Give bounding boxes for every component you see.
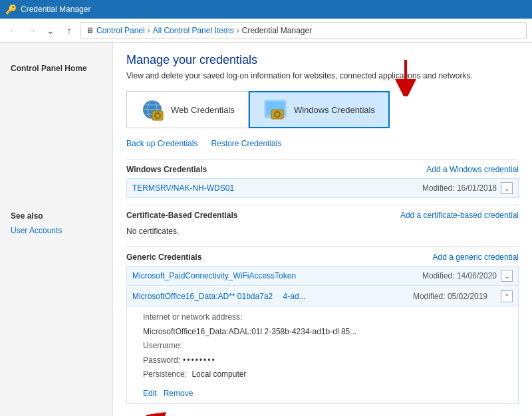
dropdown-button[interactable]: ⌄	[43, 23, 59, 39]
windows-credentials-label: Windows Credentials	[294, 105, 375, 115]
sidebar-item-user-accounts[interactable]: User Accounts	[0, 223, 112, 238]
no-certificates-text: No certificates.	[126, 224, 519, 241]
windows-credentials-section-title: Windows Credentials	[126, 165, 207, 174]
restore-credentials-link[interactable]: Restore Credentials	[211, 139, 281, 148]
up-button[interactable]: ↑	[61, 23, 77, 39]
termsrv-credential-modified: Modified: 16/01/2018 ⌄	[422, 182, 513, 194]
office-credential-header[interactable]: MicrosoftOffice16_Data:AD** 01bda7a2 4-a…	[127, 287, 518, 306]
add-certificate-link[interactable]: Add a certificate-based credential	[400, 211, 519, 220]
cred-type-container: Web Credentials Windows C	[126, 91, 519, 128]
svg-rect-5	[152, 111, 163, 120]
certificate-credentials-section: Certificate-Based Credentials Add a cert…	[126, 205, 519, 247]
username-row: Username:	[143, 339, 507, 354]
wifi-credential-item[interactable]: Microsoft_PaidConnectivity_WiFiAccessTok…	[126, 266, 519, 286]
office-credential-expanded: MicrosoftOffice16_Data:AD** 01bda7a2 4-a…	[126, 287, 519, 404]
certificate-section-title: Certificate-Based Credentials	[126, 211, 237, 220]
breadcrumb-current: Credential Manager	[242, 26, 312, 35]
content-area: Manage your credentials View and delete …	[113, 43, 532, 416]
main-container: Control Panel Home See also User Account…	[0, 43, 532, 416]
page-title: Manage your credentials	[126, 53, 519, 67]
windows-credentials-section-header: Windows Credentials Add a Windows creden…	[126, 165, 519, 174]
wifi-credential-modified: Modified: 14/06/2020 ⌄	[422, 270, 513, 282]
add-windows-credential-link[interactable]: Add a Windows credential	[426, 165, 519, 174]
address-value: MicrosoftOffice16_Data:ADAL:01l 2-358b-4…	[143, 325, 356, 340]
office-edit-link[interactable]: Edit	[143, 389, 157, 398]
office-collapse-button[interactable]: ⌃	[501, 290, 513, 302]
password-row: Password: ••••••••	[143, 354, 507, 368]
forward-button[interactable]: →	[24, 23, 40, 39]
breadcrumb-sep-1: ›	[148, 26, 150, 35]
backup-credentials-link[interactable]: Back up Credentials	[126, 139, 198, 148]
sidebar-home-label: Control Panel Home	[0, 61, 112, 76]
office-credential-name: MicrosoftOffice16_Data:AD** 01bda7a2 4-a…	[132, 292, 306, 301]
wifi-credential-name: Microsoft_PaidConnectivity_WiFiAccessTok…	[132, 271, 296, 280]
generic-credentials-section-header: Generic Credentials Add a generic creden…	[126, 253, 519, 262]
breadcrumb: 🖥 Control Panel › All Control Panel Item…	[80, 22, 527, 39]
address-row: Internet or network address:	[143, 310, 507, 325]
termsrv-credential-item[interactable]: TERMSRV/NAK-NH-WDS01 Modified: 16/01/201…	[126, 178, 519, 198]
generic-credentials-section: Generic Credentials Add a generic creden…	[126, 247, 519, 416]
sidebar: Control Panel Home See also User Account…	[0, 43, 113, 416]
windows-credentials-button[interactable]: Windows Credentials	[249, 91, 390, 128]
persistence-row: Persistence: Local computer	[143, 367, 507, 382]
breadcrumb-icon: 🖥	[86, 26, 94, 35]
password-value: ••••••••	[183, 354, 216, 368]
svg-rect-10	[271, 110, 283, 119]
title-bar: 🔑 Credential Manager	[0, 0, 532, 19]
wifi-expand-button[interactable]: ⌄	[501, 270, 513, 282]
windows-credentials-section: Windows Credentials Add a Windows creden…	[126, 159, 519, 205]
termsrv-expand-button[interactable]: ⌄	[501, 182, 513, 194]
breadcrumb-control-panel[interactable]: Control Panel	[96, 26, 145, 35]
cred-type-row: Web Credentials Windows C	[126, 91, 519, 128]
web-credentials-label: Web Credentials	[171, 105, 235, 115]
address-value-row: MicrosoftOffice16_Data:ADAL:01l 2-358b-4…	[143, 325, 507, 340]
generic-credentials-section-title: Generic Credentials	[126, 253, 201, 262]
see-also-label: See also	[0, 209, 112, 223]
certificate-section-header: Certificate-Based Credentials Add a cert…	[126, 211, 519, 220]
breadcrumb-sep-2: ›	[237, 26, 239, 35]
breadcrumb-all-items[interactable]: All Control Panel Items	[153, 26, 234, 35]
back-button[interactable]: ←	[5, 23, 21, 39]
office-credential-actions: Edit Remove	[127, 386, 518, 403]
office-remove-link[interactable]: Remove	[164, 389, 194, 398]
windows-credentials-icon	[263, 98, 287, 122]
web-credentials-button[interactable]: Web Credentials	[126, 91, 249, 128]
title-bar-icon: 🔑	[5, 4, 17, 15]
termsrv-credential-name: TERMSRV/NAK-NH-WDS01	[132, 183, 234, 193]
office-credential-modified-area: Modified: 05/02/2019 ⌃	[413, 290, 513, 302]
office-credential-details: Internet or network address: MicrosoftOf…	[127, 306, 518, 386]
page-description: View and delete your saved log-on inform…	[126, 71, 519, 80]
persistence-value: Local computer	[192, 367, 246, 382]
web-credentials-icon	[140, 98, 164, 122]
action-links: Back up Credentials Restore Credentials	[126, 139, 519, 148]
add-generic-credential-link[interactable]: Add a generic credential	[433, 253, 519, 262]
address-bar: ← → ⌄ ↑ 🖥 Control Panel › All Control Pa…	[0, 19, 532, 43]
title-bar-text: Credential Manager	[21, 5, 90, 14]
